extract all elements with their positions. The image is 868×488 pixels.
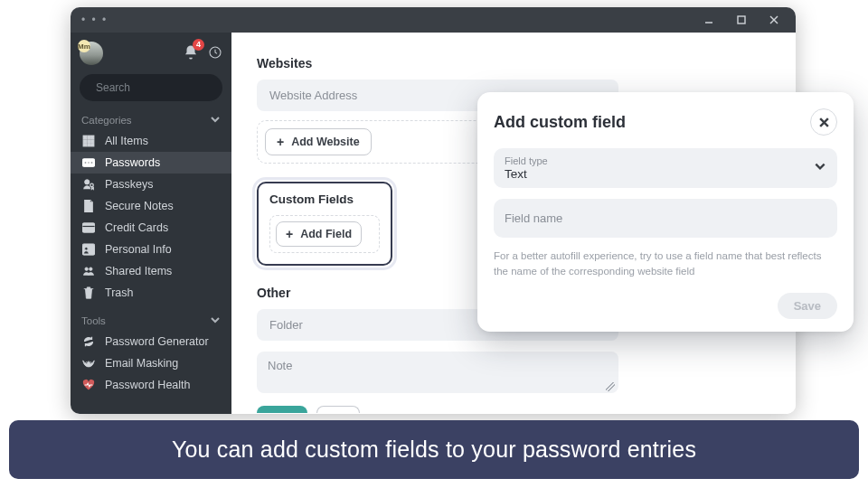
sidebar-item-all-items[interactable]: All Items bbox=[71, 130, 231, 152]
nav-label: Shared Items bbox=[105, 265, 172, 277]
password-icon bbox=[81, 156, 96, 169]
sidebar-item-password-health[interactable]: Password Health bbox=[71, 374, 231, 396]
svg-rect-13 bbox=[83, 145, 87, 146]
close-window-button[interactable] bbox=[758, 7, 790, 33]
maximize-button[interactable] bbox=[725, 7, 758, 33]
svg-rect-10 bbox=[83, 140, 87, 144]
notifications-button[interactable]: 4 bbox=[183, 44, 199, 63]
minimize-button[interactable] bbox=[693, 7, 725, 33]
card-icon bbox=[81, 221, 96, 234]
svg-rect-12 bbox=[92, 140, 94, 144]
sidebar-item-passwords[interactable]: Passwords bbox=[71, 152, 231, 174]
dialog-title: Add custom field bbox=[494, 113, 626, 132]
secondary-button-clipped[interactable] bbox=[316, 406, 360, 413]
tools-label: Tools bbox=[81, 315, 106, 326]
add-field-label: Add Field bbox=[300, 228, 352, 240]
nav-label: Credit Cards bbox=[105, 221, 168, 234]
categories-header[interactable]: Categories bbox=[71, 108, 231, 130]
plus-icon: + bbox=[286, 227, 293, 241]
chevron-down-icon bbox=[210, 314, 221, 327]
add-website-label: Add Website bbox=[291, 136, 359, 148]
close-icon bbox=[818, 117, 830, 128]
svg-point-27 bbox=[90, 267, 92, 270]
chevron-down-icon bbox=[210, 114, 221, 127]
person-icon bbox=[81, 243, 96, 256]
sidebar: Mm 4 (Ctrl+F) Categories bbox=[71, 33, 231, 414]
websites-heading: Websites bbox=[257, 56, 770, 70]
dialog-close-button[interactable] bbox=[810, 108, 837, 136]
custom-fields-section: Custom Fields + Add Field bbox=[257, 182, 392, 266]
nav-label: Passkeys bbox=[105, 178, 154, 191]
search-input[interactable]: (Ctrl+F) bbox=[80, 74, 222, 101]
field-name-input[interactable]: Field name bbox=[494, 199, 837, 238]
grid-icon bbox=[81, 135, 96, 147]
nav-label: Passwords bbox=[105, 156, 160, 169]
svg-point-26 bbox=[85, 267, 88, 270]
sidebar-item-trash[interactable]: Trash bbox=[71, 282, 231, 304]
nav-label: Personal Info bbox=[105, 243, 172, 256]
note-placeholder: Note bbox=[268, 359, 292, 372]
window-menu-dots[interactable]: • • • bbox=[76, 14, 108, 26]
svg-point-19 bbox=[91, 162, 93, 164]
chevron-down-icon bbox=[814, 160, 826, 176]
generator-icon bbox=[81, 335, 96, 348]
svg-rect-7 bbox=[83, 136, 87, 139]
resize-handle-icon[interactable] bbox=[606, 382, 615, 391]
caption-banner: You can add custom fields to your passwo… bbox=[9, 420, 859, 479]
field-type-value: Text bbox=[505, 167, 826, 181]
nav-label: Password Generator bbox=[105, 335, 209, 348]
avatar-badge: Mm bbox=[78, 40, 90, 52]
svg-point-17 bbox=[85, 162, 87, 164]
custom-fields-heading: Custom Fields bbox=[269, 192, 380, 206]
sidebar-item-email-masking[interactable]: Email Masking bbox=[71, 352, 231, 374]
plus-icon: + bbox=[277, 135, 284, 149]
sidebar-item-passkeys[interactable]: Passkeys bbox=[71, 174, 231, 195]
field-type-label: Field type bbox=[505, 155, 826, 166]
sidebar-item-credit-cards[interactable]: Credit Cards bbox=[71, 217, 231, 239]
svg-rect-1 bbox=[738, 16, 745, 23]
field-type-select[interactable]: Field type Text bbox=[494, 148, 837, 188]
nav-label: Password Health bbox=[105, 379, 191, 391]
save-button[interactable]: Save bbox=[778, 293, 837, 319]
title-bar: • • • bbox=[71, 7, 796, 33]
search-field[interactable] bbox=[96, 81, 231, 94]
svg-rect-23 bbox=[82, 225, 95, 227]
health-icon bbox=[81, 379, 96, 391]
sidebar-item-personal-info[interactable]: Personal Info bbox=[71, 239, 231, 260]
nav-label: Email Masking bbox=[105, 357, 178, 370]
shared-icon bbox=[81, 265, 96, 277]
svg-point-28 bbox=[86, 362, 88, 364]
svg-point-25 bbox=[85, 247, 89, 250]
note-input[interactable]: Note bbox=[257, 352, 618, 393]
add-website-button[interactable]: + Add Website bbox=[265, 128, 372, 155]
sidebar-item-secure-notes[interactable]: Secure Notes bbox=[71, 195, 231, 217]
sidebar-item-password-generator[interactable]: Password Generator bbox=[71, 331, 231, 352]
svg-rect-11 bbox=[88, 140, 91, 144]
svg-point-29 bbox=[90, 362, 91, 364]
svg-rect-15 bbox=[92, 145, 94, 146]
add-custom-field-dialog: Add custom field Field type Text Field n… bbox=[477, 92, 854, 332]
nav-label: Trash bbox=[105, 286, 134, 299]
trash-icon bbox=[81, 286, 96, 299]
dialog-hint: For a better autofill experience, try to… bbox=[494, 249, 837, 278]
sidebar-item-shared-items[interactable]: Shared Items bbox=[71, 260, 231, 282]
tools-header[interactable]: Tools bbox=[71, 309, 231, 331]
categories-label: Categories bbox=[81, 115, 132, 126]
window-controls bbox=[693, 7, 790, 33]
mask-icon bbox=[81, 357, 96, 370]
form-action-buttons-clipped bbox=[257, 406, 770, 413]
history-button[interactable] bbox=[208, 45, 222, 62]
svg-point-20 bbox=[85, 180, 90, 184]
primary-button-clipped[interactable] bbox=[257, 406, 307, 413]
notification-badge: 4 bbox=[193, 39, 204, 51]
svg-rect-9 bbox=[92, 136, 94, 139]
passkey-icon bbox=[81, 178, 96, 191]
svg-point-21 bbox=[90, 183, 94, 187]
note-icon bbox=[81, 200, 96, 212]
svg-point-18 bbox=[88, 162, 90, 164]
add-field-button[interactable]: + Add Field bbox=[276, 221, 362, 247]
svg-rect-14 bbox=[88, 145, 91, 146]
svg-rect-8 bbox=[88, 136, 91, 139]
nav-label: All Items bbox=[105, 135, 148, 147]
account-avatar[interactable]: Mm bbox=[80, 42, 103, 65]
